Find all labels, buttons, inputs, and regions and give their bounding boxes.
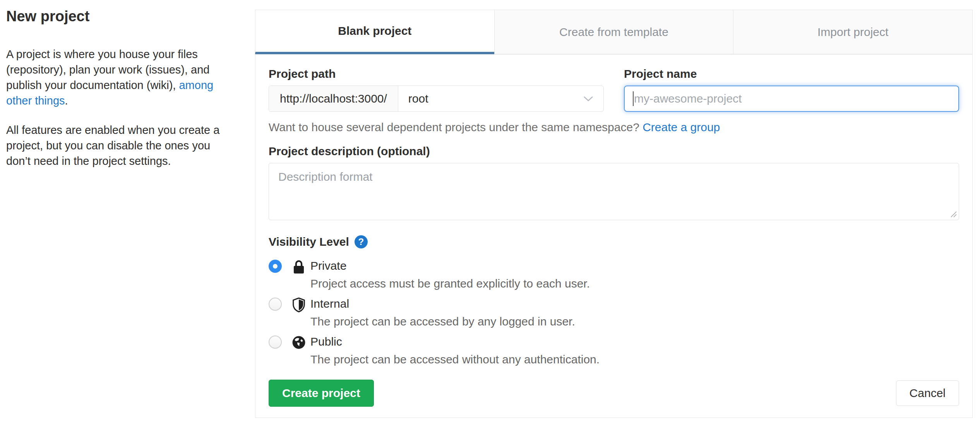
page-title: New project (6, 7, 231, 26)
intro-column: New project A project is where you house… (6, 7, 231, 183)
visibility-level-label: Visibility Level (269, 235, 349, 249)
namespace-help-text: Want to house several dependent projects… (269, 121, 642, 134)
chevron-down-icon (583, 96, 593, 101)
public-option-label[interactable]: Public (310, 335, 600, 349)
private-radio[interactable] (269, 260, 282, 273)
visibility-option-public: Public The project can be accessed witho… (269, 335, 959, 366)
url-prefix-addon: http://localhost:3000/ (269, 86, 398, 111)
namespace-select[interactable]: root (398, 86, 603, 111)
project-path-label: Project path (269, 67, 604, 81)
public-option-body: Public The project can be accessed witho… (310, 335, 600, 366)
tab-blank-project[interactable]: Blank project (255, 10, 495, 54)
text-cursor (633, 91, 634, 106)
intro-text-after-link: . (65, 94, 68, 107)
project-name-column: Project name (624, 67, 959, 112)
project-description-label: Project description (optional) (269, 144, 959, 158)
intro-paragraph: A project is where you house your files … (6, 46, 231, 108)
textarea-resize-handle[interactable] (950, 211, 957, 218)
internal-option-description: The project can be accessed by any logge… (310, 315, 575, 329)
tab-import-project[interactable]: Import project (733, 10, 973, 54)
project-path-column: Project path http://localhost:3000/ root (269, 67, 604, 112)
public-option-description: The project can be accessed without any … (310, 353, 600, 366)
project-description-wrap (269, 163, 959, 222)
namespace-help-line: Want to house several dependent projects… (269, 120, 959, 134)
internal-radio[interactable] (269, 298, 282, 311)
internal-option-label[interactable]: Internal (310, 297, 575, 311)
project-name-input[interactable] (624, 86, 959, 112)
globe-icon (291, 336, 307, 349)
internal-option-body: Internal The project can be accessed by … (310, 297, 575, 329)
create-project-button[interactable]: Create project (269, 380, 374, 407)
private-option-label[interactable]: Private (310, 259, 590, 273)
new-project-panel: Blank project Create from template Impor… (255, 10, 973, 418)
cancel-button[interactable]: Cancel (896, 380, 959, 406)
visibility-level-row: Visibility Level ? (269, 235, 959, 249)
visibility-option-internal: Internal The project can be accessed by … (269, 297, 959, 329)
visibility-option-private: Private Project access must be granted e… (269, 259, 959, 291)
lock-icon (291, 260, 307, 274)
project-type-tabs: Blank project Create from template Impor… (255, 10, 973, 54)
private-option-body: Private Project access must be granted e… (310, 259, 590, 291)
create-a-group-link[interactable]: Create a group (642, 121, 720, 134)
project-description-textarea[interactable] (269, 163, 959, 220)
public-radio[interactable] (269, 336, 282, 349)
question-mark-icon[interactable]: ? (355, 235, 368, 248)
visibility-options: Private Project access must be granted e… (269, 259, 959, 366)
project-name-input-wrap (624, 86, 959, 112)
project-name-label: Project name (624, 67, 959, 81)
project-path-input-group: http://localhost:3000/ root (269, 86, 604, 112)
form-actions: Create project Cancel (269, 380, 959, 407)
private-option-description: Project access must be granted explicitl… (310, 277, 590, 291)
blank-project-form: Project path http://localhost:3000/ root… (255, 54, 973, 418)
tab-create-from-template[interactable]: Create from template (494, 10, 734, 54)
namespace-selected-value: root (408, 92, 428, 105)
path-name-row: Project path http://localhost:3000/ root… (269, 67, 959, 112)
intro-paragraph-2: All features are enabled when you create… (6, 122, 231, 169)
shield-icon (291, 298, 307, 312)
